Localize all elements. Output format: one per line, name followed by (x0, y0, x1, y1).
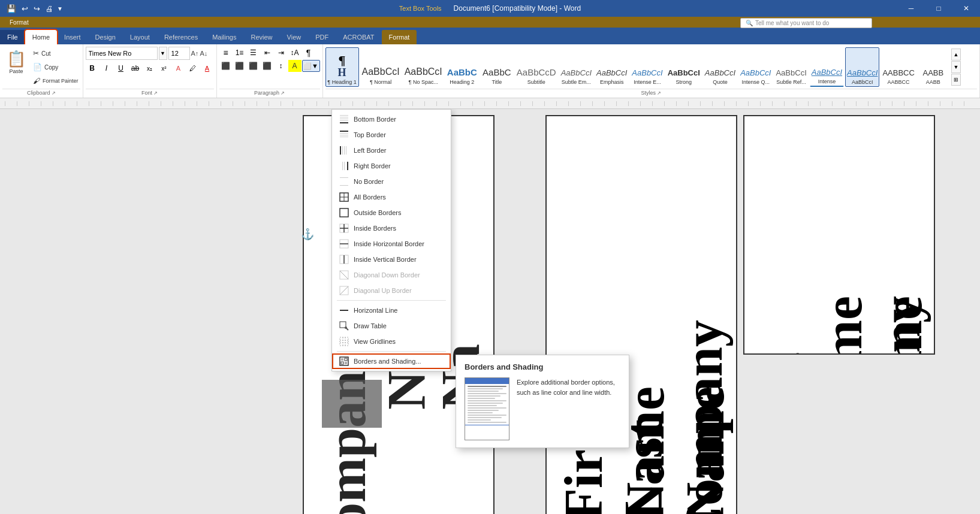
redo-icon[interactable]: ↪ (32, 3, 42, 14)
bold-button[interactable]: B (86, 62, 99, 75)
style-quote[interactable]: AaBbCcI Quote (703, 47, 737, 87)
borders-button[interactable]: ⬜▼ (302, 60, 320, 72)
tab-home[interactable]: Home (25, 30, 57, 44)
tab-pdf[interactable]: PDF (308, 30, 336, 44)
svg-rect-13 (347, 162, 348, 170)
style-intense[interactable]: AaBbCcI Intense (810, 47, 844, 87)
style-aabb[interactable]: AABB AABB (918, 47, 949, 87)
style-subtle-em[interactable]: AaBbCcI Subtle Em... (559, 47, 593, 87)
style-normal[interactable]: AaBbCcI ¶ Normal (360, 47, 402, 87)
style-no-spacing[interactable]: AaBbCcI ¶ No Spac... (403, 47, 444, 87)
justify-button[interactable]: ⬛ (261, 60, 274, 72)
text-highlight-button[interactable]: 🖊 (186, 62, 200, 75)
superscript-button[interactable]: x² (158, 62, 171, 75)
italic-button[interactable]: I (100, 62, 113, 75)
style-heading1[interactable]: ¶ H ¶ Heading 1 (325, 47, 359, 87)
paragraph-group-label[interactable]: Paragraph ↗ (219, 89, 320, 96)
tab-file[interactable]: File (0, 30, 25, 44)
save-icon[interactable]: 💾 (5, 3, 18, 14)
align-right-button[interactable]: ⬛ (247, 60, 260, 72)
menu-item-draw-table[interactable]: Draw Table (332, 318, 451, 334)
font-size-down-icon[interactable]: A↓ (200, 50, 207, 57)
menu-item-no-border[interactable]: No Border (332, 174, 451, 189)
tab-format-context[interactable]: Format (382, 30, 417, 44)
menu-item-top-border[interactable]: Top Border (332, 127, 451, 143)
font-family-input[interactable] (86, 47, 158, 60)
style-emphasis[interactable]: AaBbCcI Emphasis (595, 47, 629, 87)
clipboard-expand-icon[interactable]: ↗ (52, 90, 56, 96)
subscript-button[interactable]: x₂ (143, 62, 156, 75)
underline-button[interactable]: U (114, 62, 128, 75)
style-title[interactable]: AaBbC Title (480, 47, 514, 87)
tab-acrobat[interactable]: ACROBAT (336, 30, 381, 44)
font-color-button[interactable]: A (201, 62, 214, 75)
multilevel-button[interactable]: ☰ (247, 47, 260, 59)
menu-item-view-gridlines[interactable]: View Gridlines (332, 334, 451, 349)
show-formatting-button[interactable]: ¶ (302, 47, 315, 59)
menu-item-diagonal-down[interactable]: Diagonal Down Border (332, 267, 451, 283)
copy-button[interactable]: 📄 Copy (31, 61, 80, 74)
font-size-up-icon[interactable]: A↑ (191, 50, 199, 57)
menu-item-inside-horizontal[interactable]: Inside Horizontal Border (332, 236, 451, 252)
qat-dropdown-icon[interactable]: ▼ (57, 5, 63, 12)
style-heading2[interactable]: AaBbC Heading 2 (445, 47, 479, 87)
style-aabbcc1[interactable]: AABBCC AABBCC (881, 47, 916, 87)
style-subtle-ref[interactable]: AaBbCcI Subtle Ref... (774, 47, 808, 87)
bullets-button[interactable]: ≡ (219, 47, 233, 59)
tab-layout[interactable]: Layout (123, 30, 157, 44)
menu-item-left-border[interactable]: Left Border (332, 143, 451, 158)
font-family-dropdown[interactable]: ▼ (159, 47, 167, 60)
decrease-indent[interactable]: ⇤ (261, 47, 274, 59)
menu-item-diagonal-up[interactable]: Diagonal Up Border (332, 283, 451, 298)
menu-item-inside-borders[interactable]: Inside Borders (332, 220, 451, 236)
menu-item-horizontal-line[interactable]: Horizontal Line (332, 303, 451, 318)
increase-indent[interactable]: ⇥ (275, 47, 288, 59)
clipboard-label[interactable]: Clipboard ↗ (2, 89, 80, 96)
menu-item-outside-borders[interactable]: Outside Borders (332, 205, 451, 220)
menu-item-all-borders[interactable]: All Borders (332, 189, 451, 205)
align-left-button[interactable]: ⬛ (219, 60, 233, 72)
style-strong[interactable]: AaBbCcI Strong (666, 47, 702, 87)
align-center-button[interactable]: ⬛ (233, 60, 246, 72)
menu-item-borders-shading[interactable]: Borders and Shading... (332, 353, 451, 369)
tab-mailings[interactable]: Mailings (205, 30, 243, 44)
text-effects-button[interactable]: A (172, 62, 185, 75)
tab-references[interactable]: References (157, 30, 205, 44)
styles-scroll-up[interactable]: ▲ (951, 49, 961, 61)
styles-expand[interactable]: ⊞ (951, 74, 961, 86)
menu-item-right-border[interactable]: Right Border (332, 158, 451, 174)
line-spacing-button[interactable]: ↕ (275, 60, 288, 72)
undo-icon[interactable]: ↩ (20, 3, 30, 14)
numbering-button[interactable]: 1≡ (233, 47, 246, 59)
tab-design[interactable]: Design (88, 30, 123, 44)
cut-button[interactable]: ✂ Cut (31, 47, 80, 60)
tab-review[interactable]: Review (244, 30, 280, 44)
tab-insert[interactable]: Insert (57, 30, 88, 44)
shading-button[interactable]: A (288, 60, 301, 72)
styles-group-label[interactable]: Styles ↗ (325, 89, 977, 96)
font-size-input[interactable] (168, 47, 190, 60)
font-group-label[interactable]: Font ↗ (86, 89, 214, 96)
style-intense-q[interactable]: AaBbCcI Intense Q... (738, 47, 773, 87)
strikethrough-button[interactable]: ab (129, 62, 142, 75)
menu-item-inside-vertical[interactable]: Inside Vertical Border (332, 252, 451, 267)
context-tab-format[interactable]: Format (0, 17, 38, 28)
style-intense-e[interactable]: AaBbCcI Intense E... (630, 47, 664, 87)
minimize-button[interactable]: ─ (897, 0, 925, 17)
paste-button[interactable]: 📋 Paste (2, 46, 30, 78)
style-book-title[interactable]: AaBbCcI AaBbCcI (845, 47, 879, 87)
tab-view[interactable]: View (280, 30, 309, 44)
paragraph-expand-icon[interactable]: ↗ (281, 90, 285, 96)
print-icon[interactable]: 🖨 (44, 3, 55, 14)
search-bar[interactable]: 🔍 Tell me what you want to do (740, 18, 872, 28)
style-subtitle[interactable]: AaBbCcD Subtitle (515, 47, 558, 87)
styles-scroll-down[interactable]: ▼ (951, 61, 961, 73)
sort-button[interactable]: ↕A (288, 47, 301, 59)
styles-expand-icon[interactable]: ↗ (657, 90, 661, 96)
font-expand-icon[interactable]: ↗ (153, 90, 158, 96)
close-button[interactable]: ✕ (952, 0, 980, 17)
maximize-button[interactable]: □ (925, 0, 952, 17)
copy-icon: 📄 (33, 63, 42, 71)
menu-item-bottom-border[interactable]: Bottom Border (332, 111, 451, 127)
format-painter-button[interactable]: 🖌 Format Painter (31, 74, 80, 87)
